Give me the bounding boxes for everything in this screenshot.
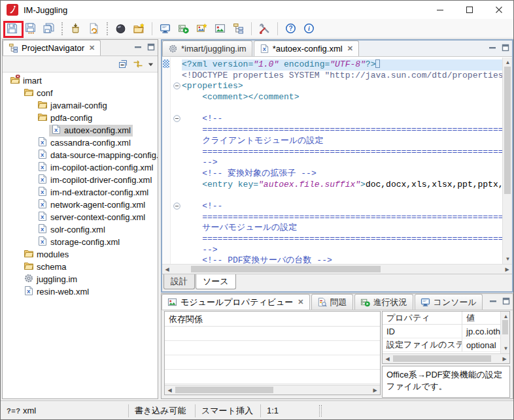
view-tab[interactable]: 進行状況 (354, 294, 413, 310)
insert-mode-status: スマート挿入 (201, 401, 253, 420)
properties-scrollbar-thumb[interactable] (502, 320, 508, 334)
dependencies-row[interactable] (165, 355, 380, 370)
editor-vertical-scrollbar[interactable]: ▲ ▼ (502, 57, 512, 264)
dependencies-row[interactable] (165, 370, 380, 384)
tree-item[interactable]: pdfa-config (3, 112, 158, 124)
panel-maximize-button[interactable] (146, 42, 156, 52)
tree-item-label: data-source-mapping-config.xml (50, 150, 158, 160)
panel-maximize-button[interactable] (502, 297, 511, 306)
start-server-button[interactable] (175, 21, 191, 37)
scroll-down-arrow[interactable]: ▼ (503, 254, 512, 264)
editor-horizontal-scrollbar[interactable]: ◀ ▶ (162, 264, 512, 274)
link-with-editor-button[interactable] (133, 59, 143, 69)
tools-button[interactable] (256, 21, 272, 37)
tree-item[interactable]: javamail-config (3, 99, 158, 112)
scroll-right-arrow[interactable]: ▶ (500, 354, 509, 364)
editor-tab[interactable]: *imart/juggling.im (162, 40, 252, 56)
image-wizard-button[interactable] (194, 21, 209, 37)
tree-item[interactable]: Xautoex-config.xml (3, 124, 158, 137)
code-editor[interactable]: <?xml version="1.0" encoding="UTF-8"?><!… (162, 57, 512, 264)
save-as-icon (25, 23, 36, 34)
text-cursor (375, 59, 380, 68)
tree-item[interactable]: Xdata-source-mapping-config.xml (3, 149, 158, 161)
tree-item[interactable]: schema (3, 261, 158, 273)
remote-monitor-button[interactable] (157, 21, 173, 37)
import-jar-button[interactable] (67, 21, 83, 37)
module-hierarchy-button[interactable] (230, 21, 246, 37)
fold-collapse-icon[interactable] (171, 81, 182, 92)
editor-horizontal-scrollbar-thumb[interactable] (191, 266, 381, 272)
tree-item[interactable]: Xim-nd-extractor-config.xml (3, 186, 158, 199)
web-browser-button[interactable] (112, 21, 128, 37)
view-tab[interactable]: コンソール (415, 294, 483, 310)
window-maximize-button[interactable] (454, 1, 484, 19)
window-close-button[interactable] (484, 1, 513, 19)
view-menu-button[interactable] (148, 61, 154, 67)
problems-icon (317, 297, 327, 307)
collapse-all-button[interactable] (118, 59, 128, 69)
refresh-file-button[interactable] (86, 21, 101, 37)
code-text: <comment></comment> (182, 92, 502, 103)
tab-project-navigator[interactable]: ProjectNavigator ✕ (3, 40, 101, 56)
dependencies-row[interactable] (165, 341, 380, 355)
close-icon[interactable]: ✕ (298, 298, 303, 306)
tree-item[interactable]: Xim-copilot-driver-config.xml (3, 174, 158, 186)
tree-item[interactable]: conf (3, 87, 158, 99)
scroll-left-arrow[interactable]: ◀ (383, 354, 392, 364)
tree-item[interactable]: juggling.im (3, 273, 158, 285)
editor-tab[interactable]: X*autoex-config.xml✕ (254, 40, 359, 56)
editor-mode-tab[interactable]: ソース (196, 274, 236, 289)
scroll-up-arrow[interactable]: ▲ (503, 57, 512, 67)
properties-scrollbar-hthumb[interactable] (393, 355, 491, 362)
properties-vertical-scrollbar[interactable]: ▲ ▼ (500, 312, 509, 353)
table-row[interactable]: 設定ファイルのステータスoptional (383, 338, 500, 352)
code-line: <!-- (171, 201, 502, 212)
tree-item[interactable]: Xcassandra-config.xml (3, 137, 158, 149)
tree-item[interactable]: Xsolr-config.xml (3, 223, 158, 236)
panel-minimize-button[interactable] (488, 297, 498, 306)
properties-horizontal-scrollbar[interactable]: ◀ ▶ (383, 353, 509, 363)
editor-mode-tab[interactable]: 設計 (163, 274, 195, 289)
tree-item-label: juggling.im (37, 274, 77, 284)
tree-item[interactable]: modules (3, 248, 158, 261)
about-button[interactable]: i (301, 21, 317, 37)
dependencies-horizontal-scrollbar[interactable]: ◀ ▶ (165, 385, 380, 395)
tree-item[interactable]: Xnetwork-agent-config.xml (3, 199, 158, 211)
panel-minimize-button[interactable] (133, 42, 143, 52)
xml-file-icon: X (37, 137, 48, 149)
scroll-right-arrow[interactable]: ▶ (370, 385, 380, 395)
scroll-left-arrow[interactable]: ◀ (165, 385, 175, 395)
tree-item-label: server-context-config.xml (50, 212, 145, 222)
tree-item-inner: Xdata-source-mapping-config.xml (35, 150, 158, 161)
panel-minimize-button[interactable] (488, 43, 497, 52)
image-view-button[interactable] (212, 21, 228, 37)
code-text: ========================================… (182, 125, 502, 136)
view-tab[interactable]: モジュールプロパティビュー✕ (162, 294, 310, 310)
view-tab[interactable]: 問題 (311, 294, 353, 310)
app-window: IM-Juggling ?i ProjectNavigator ✕ imartc… (0, 0, 514, 420)
fold-collapse-icon[interactable] (171, 201, 182, 212)
dependencies-scrollbar-thumb[interactable] (175, 387, 273, 393)
tree-item[interactable]: Xstorage-config.xml (3, 236, 158, 248)
help-button[interactable]: ? (283, 21, 298, 37)
scroll-down-arrow[interactable]: ▼ (501, 344, 511, 353)
save-as-button[interactable] (22, 21, 38, 37)
window-minimize-button[interactable] (425, 1, 454, 19)
fold-collapse-icon[interactable] (171, 114, 182, 125)
close-icon[interactable]: ✕ (347, 44, 353, 53)
save-all-button[interactable] (41, 21, 56, 37)
new-project-folder-button[interactable] (131, 21, 146, 37)
tree-item[interactable]: Xim-copilot-action-config.xml (3, 161, 158, 174)
scroll-right-arrow[interactable]: ▶ (502, 265, 512, 274)
tree-item[interactable]: imart (3, 74, 158, 87)
close-icon[interactable]: ✕ (89, 44, 95, 52)
tree-item-inner: pdfa-config (35, 112, 94, 124)
tree-item[interactable]: Xserver-context-config.xml (3, 211, 158, 223)
dependencies-row[interactable] (165, 327, 380, 341)
tree-item[interactable]: Xresin-web.xml (3, 285, 158, 298)
scroll-left-arrow[interactable]: ◀ (162, 265, 172, 274)
editor-vertical-scrollbar-thumb[interactable] (504, 67, 511, 194)
panel-maximize-button[interactable] (501, 43, 510, 52)
svg-text:X: X (41, 165, 44, 170)
table-row[interactable]: IDjp.co.iothe.pdfa (383, 325, 500, 338)
